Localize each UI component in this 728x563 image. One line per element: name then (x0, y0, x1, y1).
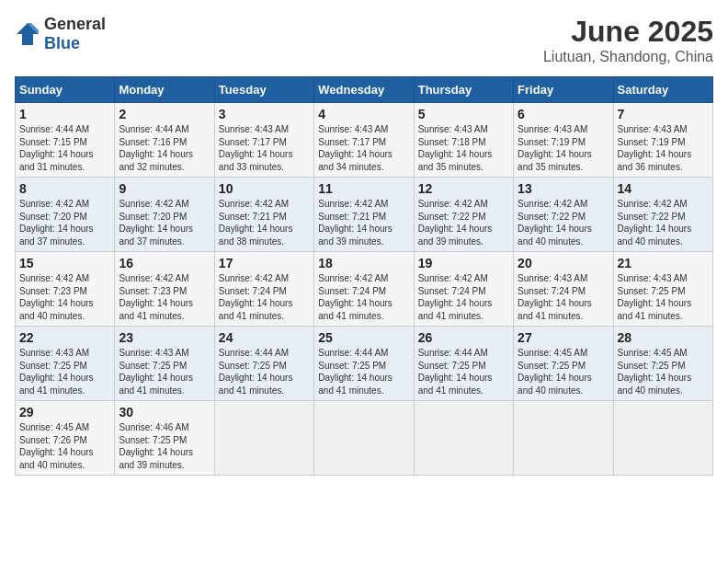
calendar-cell: 9Sunrise: 4:42 AM Sunset: 7:20 PM Daylig… (115, 178, 214, 252)
calendar-week-row: 8Sunrise: 4:42 AM Sunset: 7:20 PM Daylig… (16, 178, 713, 252)
calendar-cell: 8Sunrise: 4:42 AM Sunset: 7:20 PM Daylig… (16, 178, 115, 252)
day-info: Sunrise: 4:43 AM Sunset: 7:25 PM Dayligh… (119, 347, 210, 396)
weekday-header-wednesday: Wednesday (314, 77, 414, 103)
day-info: Sunrise: 4:44 AM Sunset: 7:15 PM Dayligh… (19, 123, 110, 173)
calendar-cell (613, 401, 712, 476)
day-number: 29 (19, 405, 110, 419)
calendar-cell: 10Sunrise: 4:42 AM Sunset: 7:21 PM Dayli… (214, 178, 313, 252)
weekday-header-monday: Monday (115, 77, 214, 103)
weekday-header-row: SundayMondayTuesdayWednesdayThursdayFrid… (16, 77, 713, 103)
day-number: 19 (418, 256, 509, 270)
weekday-header-saturday: Saturday (613, 77, 712, 103)
day-number: 7 (618, 107, 709, 121)
page-header: General Blue June 2025 Liutuan, Shandong… (15, 15, 713, 65)
day-info: Sunrise: 4:43 AM Sunset: 7:25 PM Dayligh… (618, 272, 709, 322)
logo: General Blue (15, 15, 106, 53)
logo-general: General (44, 15, 106, 33)
calendar-cell: 16Sunrise: 4:42 AM Sunset: 7:23 PM Dayli… (115, 252, 214, 327)
day-info: Sunrise: 4:42 AM Sunset: 7:22 PM Dayligh… (618, 198, 709, 247)
day-number: 15 (19, 256, 110, 270)
day-number: 21 (618, 256, 709, 270)
calendar-cell: 14Sunrise: 4:42 AM Sunset: 7:22 PM Dayli… (613, 178, 712, 252)
day-info: Sunrise: 4:42 AM Sunset: 7:22 PM Dayligh… (418, 198, 509, 247)
day-info: Sunrise: 4:42 AM Sunset: 7:22 PM Dayligh… (518, 198, 609, 247)
title-section: June 2025 Liutuan, Shandong, China (543, 15, 713, 65)
calendar-cell: 11Sunrise: 4:42 AM Sunset: 7:21 PM Dayli… (314, 178, 414, 252)
calendar-cell: 27Sunrise: 4:45 AM Sunset: 7:25 PM Dayli… (514, 327, 613, 401)
calendar-cell: 29Sunrise: 4:45 AM Sunset: 7:26 PM Dayli… (16, 401, 115, 476)
calendar-cell: 22Sunrise: 4:43 AM Sunset: 7:25 PM Dayli… (16, 327, 115, 401)
logo-blue: Blue (44, 34, 80, 52)
logo-text: General Blue (44, 15, 106, 53)
day-info: Sunrise: 4:42 AM Sunset: 7:21 PM Dayligh… (219, 198, 310, 247)
logo-icon (15, 21, 40, 47)
calendar-cell: 3Sunrise: 4:43 AM Sunset: 7:17 PM Daylig… (214, 103, 313, 178)
day-number: 27 (518, 330, 609, 345)
day-number: 5 (418, 107, 509, 121)
day-number: 26 (418, 330, 509, 345)
calendar-cell: 12Sunrise: 4:42 AM Sunset: 7:22 PM Dayli… (414, 178, 513, 252)
calendar-cell: 20Sunrise: 4:43 AM Sunset: 7:24 PM Dayli… (514, 252, 613, 327)
weekday-header-tuesday: Tuesday (214, 77, 313, 103)
day-info: Sunrise: 4:43 AM Sunset: 7:17 PM Dayligh… (219, 123, 310, 173)
day-number: 23 (119, 330, 210, 345)
calendar-table: SundayMondayTuesdayWednesdayThursdayFrid… (15, 76, 713, 476)
day-info: Sunrise: 4:43 AM Sunset: 7:19 PM Dayligh… (518, 123, 609, 173)
day-number: 16 (119, 256, 210, 270)
calendar-cell: 2Sunrise: 4:44 AM Sunset: 7:16 PM Daylig… (115, 103, 214, 178)
calendar-subtitle: Liutuan, Shandong, China (543, 49, 713, 65)
day-number: 2 (119, 107, 210, 121)
calendar-cell: 5Sunrise: 4:43 AM Sunset: 7:18 PM Daylig… (414, 103, 513, 178)
day-number: 18 (318, 256, 409, 270)
weekday-header-thursday: Thursday (414, 77, 513, 103)
calendar-cell: 7Sunrise: 4:43 AM Sunset: 7:19 PM Daylig… (613, 103, 712, 178)
calendar-cell: 4Sunrise: 4:43 AM Sunset: 7:17 PM Daylig… (314, 103, 414, 178)
weekday-header-friday: Friday (514, 77, 613, 103)
day-number: 10 (219, 181, 310, 196)
day-number: 13 (518, 181, 609, 196)
calendar-cell: 30Sunrise: 4:46 AM Sunset: 7:25 PM Dayli… (115, 401, 214, 476)
day-info: Sunrise: 4:43 AM Sunset: 7:19 PM Dayligh… (618, 123, 709, 173)
day-number: 28 (618, 330, 709, 345)
calendar-cell: 25Sunrise: 4:44 AM Sunset: 7:25 PM Dayli… (314, 327, 414, 401)
day-info: Sunrise: 4:45 AM Sunset: 7:25 PM Dayligh… (518, 347, 609, 396)
calendar-cell: 18Sunrise: 4:42 AM Sunset: 7:24 PM Dayli… (314, 252, 414, 327)
day-info: Sunrise: 4:45 AM Sunset: 7:25 PM Dayligh… (618, 347, 709, 396)
day-info: Sunrise: 4:42 AM Sunset: 7:20 PM Dayligh… (19, 198, 110, 247)
day-number: 6 (518, 107, 609, 121)
day-info: Sunrise: 4:42 AM Sunset: 7:23 PM Dayligh… (119, 272, 210, 322)
day-info: Sunrise: 4:43 AM Sunset: 7:18 PM Dayligh… (418, 123, 509, 173)
calendar-week-row: 22Sunrise: 4:43 AM Sunset: 7:25 PM Dayli… (16, 327, 713, 401)
day-info: Sunrise: 4:43 AM Sunset: 7:17 PM Dayligh… (318, 123, 409, 173)
day-info: Sunrise: 4:42 AM Sunset: 7:24 PM Dayligh… (318, 272, 409, 322)
calendar-cell: 17Sunrise: 4:42 AM Sunset: 7:24 PM Dayli… (214, 252, 313, 327)
day-info: Sunrise: 4:42 AM Sunset: 7:21 PM Dayligh… (318, 198, 409, 247)
day-number: 9 (119, 181, 210, 196)
day-info: Sunrise: 4:46 AM Sunset: 7:25 PM Dayligh… (119, 421, 210, 471)
calendar-cell: 1Sunrise: 4:44 AM Sunset: 7:15 PM Daylig… (16, 103, 115, 178)
day-number: 20 (518, 256, 609, 270)
day-number: 12 (418, 181, 509, 196)
day-info: Sunrise: 4:42 AM Sunset: 7:20 PM Dayligh… (119, 198, 210, 247)
day-info: Sunrise: 4:44 AM Sunset: 7:25 PM Dayligh… (418, 347, 509, 396)
calendar-cell (214, 401, 313, 476)
day-info: Sunrise: 4:45 AM Sunset: 7:26 PM Dayligh… (19, 421, 110, 471)
weekday-header-sunday: Sunday (16, 77, 115, 103)
calendar-cell: 19Sunrise: 4:42 AM Sunset: 7:24 PM Dayli… (414, 252, 513, 327)
day-info: Sunrise: 4:42 AM Sunset: 7:24 PM Dayligh… (219, 272, 310, 322)
day-number: 11 (318, 181, 409, 196)
day-info: Sunrise: 4:44 AM Sunset: 7:16 PM Dayligh… (119, 123, 210, 173)
calendar-week-row: 1Sunrise: 4:44 AM Sunset: 7:15 PM Daylig… (16, 103, 713, 178)
calendar-cell: 24Sunrise: 4:44 AM Sunset: 7:25 PM Dayli… (214, 327, 313, 401)
calendar-cell: 15Sunrise: 4:42 AM Sunset: 7:23 PM Dayli… (16, 252, 115, 327)
calendar-cell: 13Sunrise: 4:42 AM Sunset: 7:22 PM Dayli… (514, 178, 613, 252)
day-number: 25 (318, 330, 409, 345)
calendar-cell: 23Sunrise: 4:43 AM Sunset: 7:25 PM Dayli… (115, 327, 214, 401)
day-info: Sunrise: 4:44 AM Sunset: 7:25 PM Dayligh… (318, 347, 409, 396)
calendar-cell (514, 401, 613, 476)
calendar-cell: 26Sunrise: 4:44 AM Sunset: 7:25 PM Dayli… (414, 327, 513, 401)
day-number: 22 (19, 330, 110, 345)
day-number: 24 (219, 330, 310, 345)
day-number: 1 (19, 107, 110, 121)
calendar-cell (314, 401, 414, 476)
